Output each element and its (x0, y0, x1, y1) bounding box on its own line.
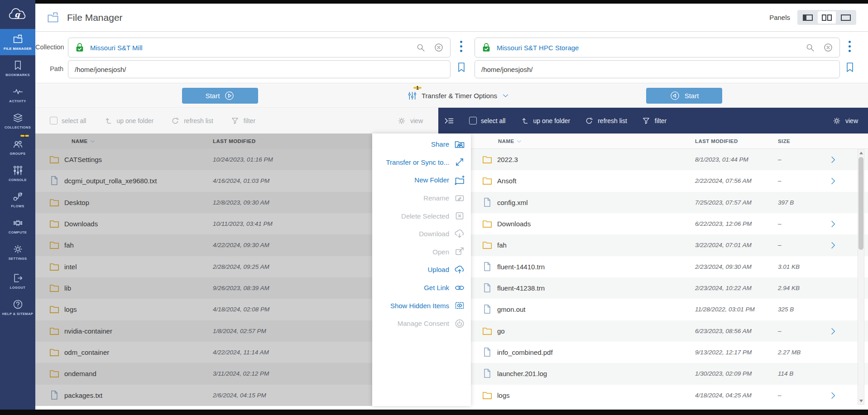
select-all-checkbox[interactable] (50, 117, 58, 124)
left-collection-input[interactable]: Missouri S&T Mill (68, 38, 451, 57)
name-column-header[interactable]: NAME (498, 134, 522, 149)
table-row[interactable]: dcgmi_output_rolla_xe9680.txt 4/16/2024,… (35, 170, 372, 191)
table-row[interactable]: Downloads 6/22/2023, 12:06 PM – (471, 213, 868, 234)
right-up-one-folder[interactable]: up one folder (520, 116, 570, 125)
left-path-input[interactable]: /home/jonesjosh/ (68, 60, 451, 78)
sidebar-item-compute[interactable]: COMPUTE (0, 213, 35, 239)
sidebar-item-console[interactable]: CONSOLE (0, 160, 35, 186)
modified-column-header[interactable]: LAST MODIFIED (213, 134, 256, 149)
name-column-header[interactable]: NAME (72, 134, 96, 149)
table-row[interactable]: odm_container 4/22/2024, 11:14 AM (35, 342, 372, 363)
sidebar-item-groups[interactable]: 1 GROUPS (0, 134, 35, 160)
table-row[interactable]: ondemand 3/11/2024, 02:12 PM (35, 363, 372, 384)
table-row[interactable]: nvidia-container 1/8/2024, 02:57 PM (35, 320, 372, 342)
clear-collection-icon[interactable] (434, 43, 444, 52)
right-view[interactable]: view (832, 116, 858, 125)
clear-collection-icon[interactable] (823, 43, 833, 52)
new-folder-button[interactable]: New Folder (372, 171, 471, 189)
table-row[interactable]: logs 4/18/2024, 04:25 AM – (471, 385, 868, 406)
manage-consent-button[interactable]: Manage Consent (372, 315, 471, 333)
search-icon[interactable] (805, 43, 815, 52)
rename-button[interactable]: Rename (372, 189, 471, 207)
scrollbar[interactable] (858, 149, 864, 405)
right-path-input[interactable]: /home/jonesjosh/ (475, 60, 840, 78)
open-folder-chevron-icon[interactable] (829, 241, 838, 250)
sidebar-item-file-manager[interactable]: FILE MANAGER (0, 29, 35, 55)
single-panel-button[interactable] (799, 11, 817, 24)
compute-icon (12, 217, 24, 229)
table-row[interactable]: fluent-41238.trn 2/23/2024, 10:22 AM 2.9… (471, 277, 868, 299)
download-button[interactable]: Download (372, 225, 471, 243)
select-all-checkbox[interactable] (469, 117, 477, 124)
upload-button[interactable]: Upload (372, 261, 471, 279)
sidebar-item-activity[interactable]: ACTIVITY (0, 81, 35, 108)
modified-column-header[interactable]: LAST MODIFIED (695, 134, 738, 149)
table-row[interactable]: packages.txt 2/6/2024, 04:15 PM (35, 385, 372, 406)
table-row[interactable]: go 6/23/2023, 08:56 AM – (471, 320, 868, 342)
view-label: view (845, 117, 858, 124)
table-row[interactable]: logs 4/18/2024, 02:08 PM (35, 299, 372, 320)
left-collection-menu-button[interactable] (458, 41, 464, 52)
wide-panel-button[interactable] (837, 11, 855, 24)
share-button[interactable]: Share (372, 135, 471, 153)
get-link-button[interactable]: Get Link (372, 279, 471, 297)
open-folder-chevron-icon[interactable] (829, 327, 838, 336)
last-modified: 10/11/2023, 03:41 PM (213, 213, 273, 234)
open-folder-chevron-icon[interactable] (829, 219, 838, 229)
left-filter[interactable]: filter (230, 116, 255, 125)
left-refresh-list[interactable]: refresh list (171, 116, 213, 125)
right-refresh-list[interactable]: refresh list (585, 116, 627, 125)
table-row[interactable]: launcher.201.log 1/30/2023, 02:09 PM 114… (471, 363, 868, 384)
table-row[interactable]: Ansoft 2/22/2024, 07:56 AM – (471, 170, 868, 191)
start-transfer-right-button[interactable]: Start (646, 88, 722, 104)
table-row[interactable]: fah 3/22/2024, 07:01 AM – (471, 234, 868, 256)
file-name: ondemand (64, 363, 96, 384)
open-folder-chevron-icon[interactable] (829, 391, 838, 400)
right-select-all[interactable]: select all (469, 117, 505, 124)
search-icon[interactable] (416, 43, 426, 52)
start-transfer-left-button[interactable]: Start (182, 88, 258, 104)
table-row[interactable]: lib 9/26/2023, 08:39 AM (35, 277, 372, 299)
globus-logo[interactable]: g (0, 0, 35, 29)
right-collection-menu-button[interactable] (846, 41, 853, 52)
right-filter[interactable]: filter (642, 116, 667, 125)
table-row[interactable]: gmon.out 11/28/2022, 03:01 PM 325 B (471, 299, 868, 320)
table-row[interactable]: config.xml 7/25/2023, 07:57 AM 397 B (471, 192, 868, 213)
scroll-down-arrow[interactable] (859, 400, 863, 402)
file-icon (481, 303, 493, 315)
table-row[interactable]: Desktop 12/8/2023, 09:30 AM (35, 192, 372, 213)
open-folder-chevron-icon[interactable] (829, 176, 838, 186)
left-view[interactable]: view (397, 116, 423, 125)
table-row[interactable]: 2022.3 8/1/2023, 01:44 PM – (471, 149, 868, 170)
dual-panel-button[interactable] (818, 11, 836, 24)
right-bookmark-icon[interactable] (844, 58, 856, 77)
sidebar-item-bookmarks[interactable]: BOOKMARKS (0, 55, 35, 81)
table-row[interactable]: fluent-14410.trn 2/23/2024, 09:30 AM 3.0… (471, 256, 868, 277)
open-folder-chevron-icon[interactable] (829, 155, 838, 164)
file-name: Ansoft (497, 170, 517, 191)
transfer-or-sync-button[interactable]: Transfer or Sync to... (372, 153, 471, 172)
table-row[interactable]: intel 2/28/2024, 09:25 AM (35, 256, 372, 277)
show-hidden-items-button[interactable]: Show Hidden Items (372, 296, 471, 315)
sidebar-item-collections[interactable]: COLLECTIONS (0, 108, 35, 134)
collapse-panel-icon[interactable] (444, 115, 455, 126)
right-collection-input[interactable]: Missouri S&T HPC Storage (475, 38, 840, 57)
scroll-up-arrow[interactable] (859, 152, 863, 154)
sidebar-item-settings[interactable]: SETTINGS (0, 239, 35, 265)
open-button[interactable]: Open (372, 243, 471, 261)
left-up-one-folder[interactable]: up one folder (103, 116, 153, 125)
table-row[interactable]: info_combined.pdf 9/13/2022, 12:17 PM 2.… (471, 342, 868, 363)
sidebar: g FILE MANAGER BOOKMARKS ACTIVITY COLLEC… (0, 0, 35, 410)
sidebar-item-help-sitemap[interactable]: HELP & SITEMAP (0, 294, 35, 320)
sidebar-item-flows[interactable]: FLOWS (0, 186, 35, 213)
scrollbar-thumb[interactable] (858, 157, 863, 250)
table-row[interactable]: CATSettings 10/24/2023, 01:16 PM (35, 149, 372, 170)
table-row[interactable]: Downloads 10/11/2023, 03:41 PM (35, 213, 372, 234)
size-column-header[interactable]: SIZE (778, 134, 790, 149)
table-row[interactable]: fah 4/22/2024, 09:30 AM (35, 234, 372, 256)
left-select-all[interactable]: select all (50, 117, 86, 124)
left-bookmark-icon[interactable] (456, 58, 467, 77)
sidebar-item-logout[interactable]: LOGOUT (0, 268, 35, 294)
transfer-timer-options[interactable]: 1 Transfer & Timer Options (408, 83, 509, 108)
delete-selected-button[interactable]: Delete Selected (372, 207, 471, 225)
